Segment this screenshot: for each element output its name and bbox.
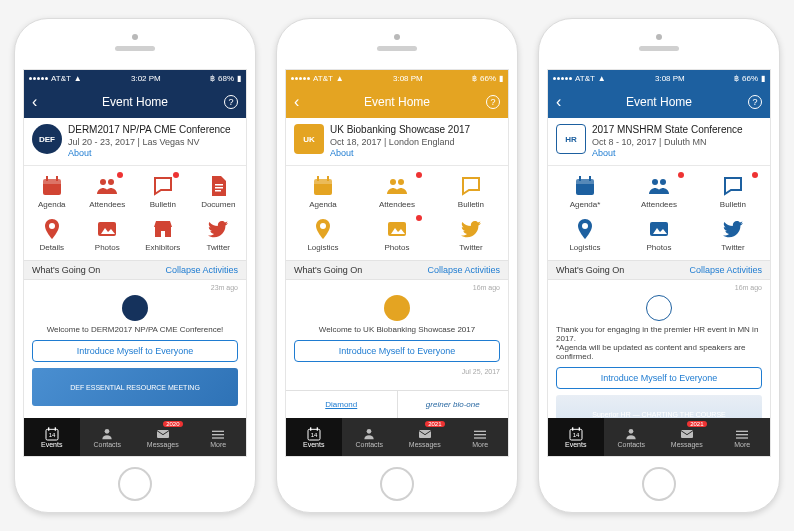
nav-title: Event Home [364, 95, 430, 109]
help-button[interactable]: ? [748, 95, 762, 109]
svg-rect-22 [212, 437, 224, 438]
home-button[interactable] [642, 467, 676, 501]
collapse-link[interactable]: Collapse Activities [427, 265, 500, 275]
details-icon [40, 217, 64, 241]
svg-rect-6 [215, 184, 223, 186]
messages-badge: 2021 [425, 421, 444, 427]
notification-badge [678, 172, 684, 178]
grid-agenda[interactable]: Agenda* [548, 170, 622, 213]
about-link[interactable]: About [68, 148, 231, 159]
clock: 3:08 PM [393, 74, 423, 83]
back-button[interactable]: ‹ [32, 93, 37, 111]
back-button[interactable]: ‹ [294, 93, 299, 111]
tab-events[interactable]: 14Events [286, 418, 342, 456]
tab-bar: 14EventsContactsMessages2021More [286, 418, 508, 456]
grid-details[interactable]: Details [24, 213, 80, 256]
grid-bulletin[interactable]: Bulletin [135, 170, 191, 213]
grid-bulletin[interactable]: Bulletin [696, 170, 770, 213]
grid-agenda[interactable]: Agenda [24, 170, 80, 213]
grid-label: Exhibitors [145, 243, 180, 252]
tab-contacts[interactable]: Contacts [604, 418, 660, 456]
grid-logistics[interactable]: Logistics [548, 213, 622, 256]
messages-badge: 2020 [163, 421, 182, 427]
svg-point-9 [49, 223, 55, 229]
battery-label: 66% [742, 74, 758, 83]
grid-photos[interactable]: Photos [360, 213, 434, 256]
photos-icon [385, 217, 409, 241]
nav-title: Event Home [102, 95, 168, 109]
status-right: ฿68%▮ [210, 74, 241, 83]
sponsor-tier[interactable]: Diamond [286, 391, 397, 418]
tab-more[interactable]: More [715, 418, 771, 456]
svg-rect-56 [736, 431, 748, 432]
grid-label: Twitter [721, 243, 745, 252]
svg-rect-24 [314, 179, 332, 184]
back-button[interactable]: ‹ [556, 93, 561, 111]
help-button[interactable]: ? [224, 95, 238, 109]
event-header[interactable]: HR2017 MNSHRM State ConferenceOct 8 - 10… [548, 118, 770, 166]
grid-attendees[interactable]: Attendees [80, 170, 136, 213]
activity-feed[interactable]: 16m agoWelcome to UK Biobanking Showcase… [286, 280, 508, 390]
clock: 3:08 PM [655, 74, 685, 83]
status-right: ฿66%▮ [472, 74, 503, 83]
feed-time: 16m ago [556, 284, 762, 291]
event-header[interactable]: DEFDERM2017 NP/PA CME ConferenceJul 20 -… [24, 118, 246, 166]
about-link[interactable]: About [330, 148, 470, 159]
home-button[interactable] [118, 467, 152, 501]
activity-feed[interactable]: 23m agoWelcome to DERM2017 NP/PA CME Con… [24, 280, 246, 418]
feed-banner[interactable]: DEF ESSENTIAL RESOURCE MEETING [32, 368, 238, 406]
introduce-button[interactable]: Introduce Myself to Everyone [556, 367, 762, 389]
event-header[interactable]: UKUK Biobanking Showcase 2017Oct 18, 201… [286, 118, 508, 166]
collapse-link[interactable]: Collapse Activities [165, 265, 238, 275]
tab-label: Messages [147, 441, 179, 448]
tab-more[interactable]: More [453, 418, 509, 456]
grid-attendees[interactable]: Attendees [360, 170, 434, 213]
grid-label: Documen [201, 200, 235, 209]
svg-rect-37 [419, 430, 431, 438]
tab-messages[interactable]: Messages2021 [659, 418, 715, 456]
attendees-icon [647, 174, 671, 198]
feed-time: 16m ago [294, 284, 500, 291]
grid-documents[interactable]: Documen [191, 170, 247, 213]
agenda-icon [573, 174, 597, 198]
event-title: 2017 MNSHRM State Conference [592, 124, 743, 137]
notification-badge [416, 172, 422, 178]
introduce-button[interactable]: Introduce Myself to Everyone [294, 340, 500, 362]
activity-feed[interactable]: 16m agoThank you for engaging in the pre… [548, 280, 770, 418]
tab-more[interactable]: More [191, 418, 247, 456]
sponsor-name[interactable]: greiner bio-one [397, 391, 509, 418]
tab-events[interactable]: 14Events [548, 418, 604, 456]
grid-photos[interactable]: Photos [622, 213, 696, 256]
wgo-title: What's Going On [32, 265, 100, 275]
svg-text:14: 14 [572, 432, 579, 438]
grid-twitter[interactable]: Twitter [434, 213, 508, 256]
grid-logistics[interactable]: Logistics [286, 213, 360, 256]
carrier-label: AT&T [313, 74, 333, 83]
tab-messages[interactable]: Messages2021 [397, 418, 453, 456]
help-button[interactable]: ? [486, 95, 500, 109]
tab-label: More [210, 441, 226, 448]
introduce-button[interactable]: Introduce Myself to Everyone [32, 340, 238, 362]
grid-photos[interactable]: Photos [80, 213, 136, 256]
tab-contacts[interactable]: Contacts [342, 418, 398, 456]
about-link[interactable]: About [592, 148, 743, 159]
tab-messages[interactable]: Messages2020 [135, 418, 191, 456]
grid-twitter[interactable]: Twitter [696, 213, 770, 256]
grid-label: Details [40, 243, 64, 252]
battery-icon: ▮ [761, 74, 765, 83]
grid-attendees[interactable]: Attendees [622, 170, 696, 213]
grid-twitter[interactable]: Twitter [191, 213, 247, 256]
grid-bulletin[interactable]: Bulletin [434, 170, 508, 213]
tab-events[interactable]: 14Events [24, 418, 80, 456]
attendees-icon [385, 174, 409, 198]
grid-agenda[interactable]: Agenda [286, 170, 360, 213]
feature-grid: Agenda*AttendeesBulletinLogisticsPhotosT… [548, 166, 770, 260]
home-button[interactable] [380, 467, 414, 501]
collapse-link[interactable]: Collapse Activities [689, 265, 762, 275]
feed-banner[interactable]: Superior HR — CHARTING THE COURSE [556, 395, 762, 418]
screen: AT&T▲ 3:08 PM ฿66%▮‹Event Home?HR2017 MN… [547, 69, 771, 457]
grid-exhibitors[interactable]: Exhibitors [135, 213, 191, 256]
tab-contacts[interactable]: Contacts [80, 418, 136, 456]
tab-contacts-icon [623, 426, 639, 440]
battery-label: 66% [480, 74, 496, 83]
